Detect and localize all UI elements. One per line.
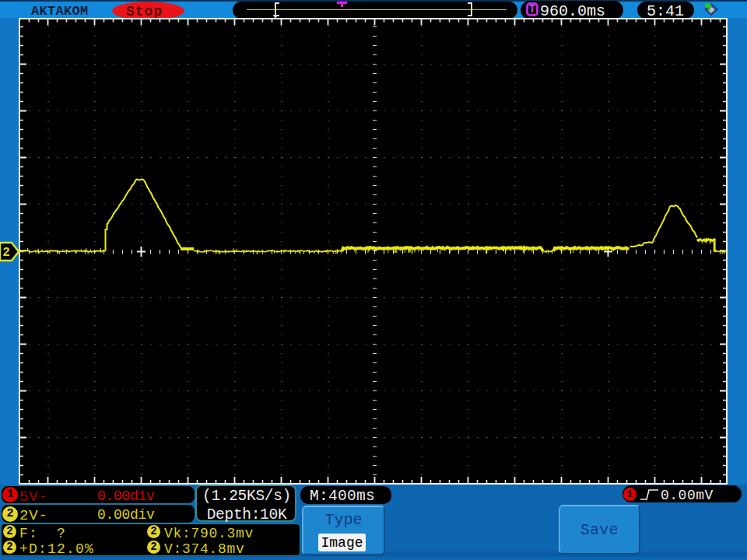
svg-text:2: 2	[2, 246, 10, 260]
